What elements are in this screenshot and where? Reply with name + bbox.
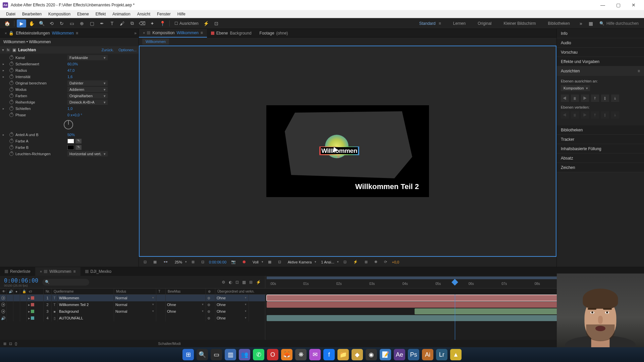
- stopwatch-icon[interactable]: [9, 62, 13, 66]
- taskbar-facebook-icon[interactable]: f: [323, 349, 335, 360]
- selection-tool[interactable]: ▶: [17, 19, 26, 27]
- minimize-button[interactable]: —: [595, 0, 610, 10]
- pen-tool[interactable]: ✒: [97, 19, 107, 27]
- align-left-button[interactable]: ⫷: [561, 95, 569, 102]
- panel-vorschau[interactable]: Vorschau: [557, 48, 644, 57]
- options-link[interactable]: Optionen...: [118, 48, 137, 52]
- panel-inhaltsbasierte-füllung[interactable]: Inhaltsbasierte Füllung: [557, 144, 644, 154]
- stopwatch-icon[interactable]: [9, 152, 13, 156]
- panel-bibliotheken[interactable]: Bibliotheken: [557, 125, 644, 135]
- taskbar-ae-icon[interactable]: Ae: [394, 349, 405, 360]
- stopwatch-icon[interactable]: [9, 68, 13, 72]
- tl-footer-icon2[interactable]: ⊡: [9, 342, 12, 346]
- menu-effekt[interactable]: Effekt: [92, 10, 109, 18]
- transparency-icon[interactable]: ▦: [266, 260, 273, 264]
- viewer-canvas[interactable]: Willkommen ⊕ Willkommen Teil 2: [139, 46, 556, 257]
- draft-icon[interactable]: ⊞: [363, 260, 370, 264]
- lock-icon[interactable]: 🔒: [9, 31, 14, 36]
- zoom-select[interactable]: 25%: [173, 259, 187, 265]
- current-time[interactable]: 0:00:06:00: [209, 260, 226, 264]
- stopwatch-icon[interactable]: [9, 94, 13, 98]
- timeline-search[interactable]: 🔍: [42, 279, 89, 286]
- snap-opt1[interactable]: ⚡: [202, 19, 211, 27]
- pixel-icon[interactable]: ⊡: [341, 260, 348, 264]
- prop-reihenfolge[interactable]: ReihenfolgeDreieck A>B>A: [0, 99, 139, 105]
- taskbar-folder-icon[interactable]: 📁: [337, 349, 349, 360]
- resolution-select[interactable]: Voll: [251, 259, 263, 265]
- workspace-lernen[interactable]: Lernen: [447, 18, 472, 29]
- effect-mask-icon[interactable]: ▣: [12, 48, 16, 52]
- grid-icon[interactable]: ▦: [151, 260, 159, 264]
- cti-indicator[interactable]: [451, 279, 458, 286]
- taskbar-ai-icon[interactable]: Ai: [422, 349, 433, 360]
- prop-select[interactable]: Originalfarben: [67, 93, 108, 99]
- stopwatch-icon[interactable]: [9, 75, 13, 79]
- phase-dial[interactable]: [64, 120, 73, 129]
- align-vcenter-button[interactable]: ⫿: [601, 95, 609, 102]
- prop-farben[interactable]: FarbenOriginalfarben: [0, 93, 139, 99]
- orbit-tool[interactable]: ⟲: [47, 19, 56, 27]
- taskbar-app3-icon[interactable]: ▲: [450, 349, 462, 360]
- rotate-tool[interactable]: ↻: [57, 19, 66, 27]
- snapshot-icon[interactable]: 📷: [229, 260, 238, 264]
- align-hcenter-button[interactable]: ⫼: [571, 95, 579, 102]
- comp-tab-1[interactable]: Ebene Background: [207, 29, 256, 38]
- prop-original[interactable]: Original berechnenDahinter: [0, 80, 139, 86]
- timeline-tab-renderliste[interactable]: Renderliste: [0, 267, 35, 276]
- hand-tool[interactable]: ✋: [27, 19, 36, 27]
- timeline-tab-dji_mexiko[interactable]: DJI_Mexiko: [80, 267, 116, 276]
- prop-select[interactable]: Dahinter: [67, 80, 108, 86]
- mask-icon[interactable]: 👓: [161, 260, 170, 264]
- menu-hilfe[interactable]: Hilfe: [174, 10, 189, 18]
- prop-farbea[interactable]: Farbe A✎: [0, 138, 139, 144]
- maximize-button[interactable]: ▢: [610, 0, 626, 10]
- panel-absatz[interactable]: Absatz: [557, 154, 644, 163]
- tl-footer-icon1[interactable]: ⊞: [3, 342, 6, 346]
- menu-animation[interactable]: Animation: [109, 10, 133, 18]
- layer-row-4[interactable]: 🔊▸4▯AUTOUNFALL⊚Ohne: [0, 315, 265, 321]
- menu-ansicht[interactable]: Ansicht: [134, 10, 154, 18]
- prop-select[interactable]: Farbkanäle: [67, 55, 108, 60]
- layer-row-1[interactable]: ▸1TWillkommenNormal⊚Ohne: [0, 295, 265, 301]
- close-icon[interactable]: ×: [143, 31, 145, 35]
- magnify-icon[interactable]: ⊡: [142, 260, 149, 264]
- workspace-more-icon[interactable]: »: [576, 19, 586, 27]
- camera-select[interactable]: Aktive Kamera: [286, 259, 317, 265]
- menu-komposition[interactable]: Komposition: [45, 10, 74, 18]
- camera-tool[interactable]: ▭: [67, 19, 76, 27]
- tl-icon-1[interactable]: ⚙: [222, 280, 225, 285]
- prop-richtungen[interactable]: Leuchten-RichtungenHorizontal und vert.: [0, 150, 139, 157]
- region-icon[interactable]: ⊡: [199, 260, 206, 264]
- close-icon[interactable]: ×: [5, 31, 7, 35]
- align-bottom-button[interactable]: ⫰: [611, 95, 619, 102]
- text-tool[interactable]: T: [107, 19, 117, 27]
- prop-value[interactable]: 60,0%: [67, 62, 78, 66]
- workspace-bibliotheken[interactable]: Bibliotheken: [542, 18, 576, 29]
- close-button[interactable]: ✕: [626, 0, 641, 10]
- taskbar-windows-icon[interactable]: ⊞: [182, 349, 194, 360]
- prop-schleifen[interactable]: ▸Schleifen1,0: [0, 105, 139, 112]
- menu-fenster[interactable]: Fenster: [154, 10, 174, 18]
- prop-value[interactable]: 1,6: [67, 75, 72, 79]
- menu-ebene[interactable]: Ebene: [74, 10, 92, 18]
- tl-icon-4[interactable]: ▦: [242, 280, 246, 285]
- menu-datei[interactable]: Datei: [3, 10, 19, 18]
- align-top-button[interactable]: ⫯: [591, 95, 599, 102]
- timeline-timecode[interactable]: 0:00:06:00: [4, 277, 38, 284]
- timeline-icon[interactable]: ❋: [372, 260, 379, 264]
- exposure-value[interactable]: +0,0: [392, 260, 399, 264]
- taskbar-obs-icon[interactable]: ◉: [366, 349, 377, 360]
- panel-effekte-und-vorgaben[interactable]: Effekte und Vorgaben: [557, 57, 644, 66]
- 3d-icon[interactable]: ⊡: [276, 260, 283, 264]
- stopwatch-icon[interactable]: [9, 56, 13, 60]
- tl-icon-2[interactable]: ◐: [229, 280, 232, 285]
- layer-row-2[interactable]: ▸2TWillkommen Teil 2NormalOhne⊚Ohne: [0, 301, 265, 308]
- effect-panel-tab[interactable]: × 🔒 Effekteinstellungen Willkommen ≡: [2, 29, 81, 38]
- prop-farbeb[interactable]: Farbe B✎: [0, 144, 139, 150]
- taskbar-opera-icon[interactable]: O: [267, 349, 278, 360]
- zoom-tool[interactable]: 🔍: [37, 19, 46, 27]
- close-icon[interactable]: ×: [40, 269, 42, 274]
- stopwatch-icon[interactable]: [9, 145, 13, 149]
- refresh-icon[interactable]: ⟳: [382, 260, 389, 264]
- playhead[interactable]: [455, 295, 455, 340]
